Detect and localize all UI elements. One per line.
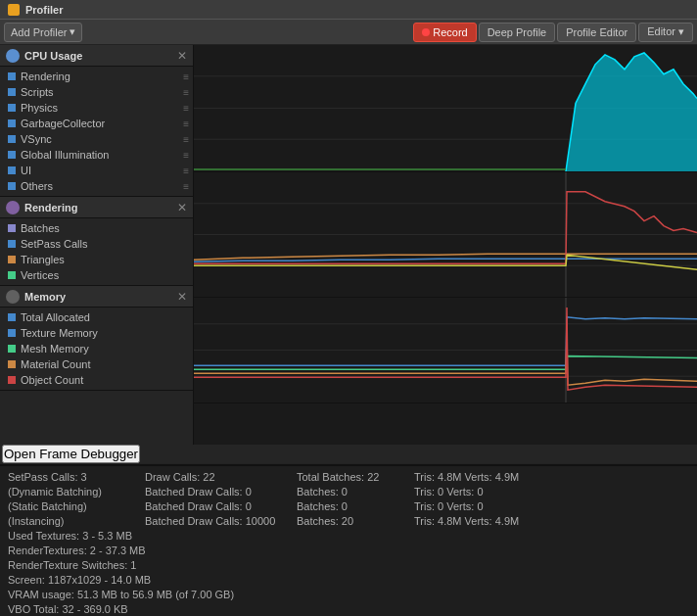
record-dot [422, 28, 430, 36]
list-item[interactable]: SetPass Calls [0, 236, 193, 252]
rendering-close-button[interactable]: ✕ [175, 201, 189, 214]
mesh-memory-color [8, 345, 16, 353]
gc-color [8, 119, 16, 127]
stats-row: (Instancing) Batched Draw Calls: 10000 B… [8, 514, 689, 528]
memory-chart [194, 298, 697, 403]
open-frame-debugger-button[interactable]: Open Frame Debugger [2, 445, 140, 463]
list-item[interactable]: GarbageCollector ≡ [0, 116, 193, 131]
stats-row: SetPass Calls: 3 Draw Calls: 22 Total Ba… [8, 470, 689, 484]
list-item[interactable]: Scripts ≡ [0, 84, 193, 100]
others-color [8, 182, 16, 190]
total-allocated-color [8, 313, 16, 321]
rendering-section-header[interactable]: Rendering ✕ [0, 197, 193, 218]
list-item[interactable]: Rendering ≡ [0, 69, 193, 84]
list-item[interactable]: Triangles [0, 252, 193, 267]
toolbar: Add Profiler ▾ Record Deep Profile Profi… [0, 20, 697, 45]
cpu-chart-svg [194, 45, 697, 171]
list-item[interactable]: Others ≡ [0, 178, 193, 194]
rendering-item-list: Batches SetPass Calls Triangles Vertices [0, 218, 193, 285]
stats-row: RenderTexture Switches: 1 [8, 558, 689, 572]
list-item[interactable]: Vertices [0, 267, 193, 283]
record-button[interactable]: Record [413, 23, 476, 42]
list-item[interactable]: Texture Memory [0, 325, 193, 341]
scripts-color [8, 88, 16, 96]
profile-editor-button[interactable]: Profile Editor [557, 23, 636, 42]
rendering-color [8, 72, 16, 80]
stats-cell: Batched Draw Calls: 0 [145, 485, 297, 498]
left-panel: CPU Usage ✕ Rendering ≡ Scripts ≡ Physic… [0, 45, 194, 445]
editor-button[interactable]: Editor ▾ [638, 23, 693, 42]
list-item[interactable]: Batches [0, 220, 193, 236]
list-item[interactable]: Material Count [0, 356, 193, 372]
list-item[interactable]: UI ≡ [0, 163, 193, 178]
stats-row: (Dynamic Batching) Batched Draw Calls: 0… [8, 485, 689, 498]
stats-cell: Screen: 1187x1029 - 14.0 MB [8, 573, 151, 587]
stats-cell: Batches: 20 [297, 514, 414, 528]
chart-area: 0.1ms (10000FPS) [194, 45, 697, 445]
render-icon [6, 201, 20, 214]
cpu-close-button[interactable]: ✕ [175, 49, 189, 63]
gi-color [8, 151, 16, 159]
list-item[interactable]: Global Illumination ≡ [0, 147, 193, 163]
list-item[interactable]: Mesh Memory [0, 341, 193, 356]
stats-cell: Batches: 0 [297, 485, 414, 498]
memory-icon [6, 290, 20, 304]
stats-cell: Tris: 4.8M Verts: 4.9M [414, 514, 532, 528]
stats-grid: SetPass Calls: 3 Draw Calls: 22 Total Ba… [8, 470, 689, 616]
title-bar: Profiler [0, 0, 697, 20]
rendering-chart-svg [194, 172, 697, 297]
vertices-color [8, 271, 16, 279]
status-bar: SetPass Calls: 3 Draw Calls: 22 Total Ba… [0, 464, 697, 616]
texture-memory-color [8, 329, 16, 337]
vsync-color [8, 135, 16, 143]
stats-row: Screen: 1187x1029 - 14.0 MB [8, 573, 689, 587]
stats-row: VRAM usage: 51.3 MB to 56.9 MB (of 7.00 … [8, 588, 689, 601]
memory-section-header[interactable]: Memory ✕ [0, 286, 193, 308]
cpu-item-list: Rendering ≡ Scripts ≡ Physics ≡ GarbageC… [0, 67, 193, 196]
stats-cell: Draw Calls: 22 [145, 470, 297, 484]
memory-section: Memory ✕ Total Allocated Texture Memory … [0, 286, 193, 391]
cpu-section-header[interactable]: CPU Usage ✕ [0, 45, 193, 67]
cpu-icon [6, 49, 20, 63]
add-profiler-button[interactable]: Add Profiler ▾ [4, 23, 82, 42]
triangles-color [8, 256, 16, 263]
list-item[interactable]: Object Count [0, 372, 193, 388]
material-count-color [8, 360, 16, 368]
memory-chart-svg [194, 298, 697, 403]
memory-item-list: Total Allocated Texture Memory Mesh Memo… [0, 308, 193, 390]
stats-cell: (Instancing) [8, 514, 145, 528]
profiler-title: Profiler [25, 4, 64, 16]
open-frame-debugger-row: Open Frame Debugger [0, 445, 697, 464]
list-item[interactable]: Physics ≡ [0, 100, 193, 116]
stats-cell: Tris: 0 Verts: 0 [414, 485, 532, 498]
stats-cell: Batched Draw Calls: 10000 [145, 514, 297, 528]
stats-cell: VRAM usage: 51.3 MB to 56.9 MB (of 7.00 … [8, 588, 234, 601]
list-item[interactable]: Total Allocated [0, 309, 193, 325]
profiler-icon [8, 4, 20, 16]
object-count-color [8, 376, 16, 384]
stats-cell: SetPass Calls: 3 [8, 470, 145, 484]
setpass-color [8, 240, 16, 248]
stats-cell: Used Textures: 3 - 5.3 MB [8, 529, 132, 543]
batches-color [8, 224, 16, 232]
stats-cell: VBO Total: 32 - 369.0 KB [8, 602, 128, 616]
stats-cell: Tris: 4.8M Verts: 4.9M [414, 470, 532, 484]
rendering-section: Rendering ✕ Batches SetPass Calls Triang… [0, 197, 193, 286]
cpu-section: CPU Usage ✕ Rendering ≡ Scripts ≡ Physic… [0, 45, 193, 197]
ui-color [8, 166, 16, 174]
deep-profile-button[interactable]: Deep Profile [479, 23, 556, 42]
stats-cell: RenderTexture Switches: 1 [8, 558, 136, 572]
stats-cell: Batches: 0 [297, 499, 414, 513]
rendering-chart [194, 172, 697, 298]
stats-row: (Static Batching) Batched Draw Calls: 0 … [8, 499, 689, 513]
stats-cell: Tris: 0 Verts: 0 [414, 499, 532, 513]
physics-color [8, 104, 16, 112]
memory-close-button[interactable]: ✕ [175, 290, 189, 304]
cpu-chart: 0.1ms (10000FPS) [194, 45, 697, 172]
stats-row: Used Textures: 3 - 5.3 MB [8, 529, 689, 543]
stats-cell: RenderTextures: 2 - 37.3 MB [8, 544, 146, 557]
main-layout: CPU Usage ✕ Rendering ≡ Scripts ≡ Physic… [0, 45, 697, 445]
stats-cell: (Dynamic Batching) [8, 485, 145, 498]
stats-cell: Total Batches: 22 [297, 470, 414, 484]
list-item[interactable]: VSync ≡ [0, 131, 193, 147]
